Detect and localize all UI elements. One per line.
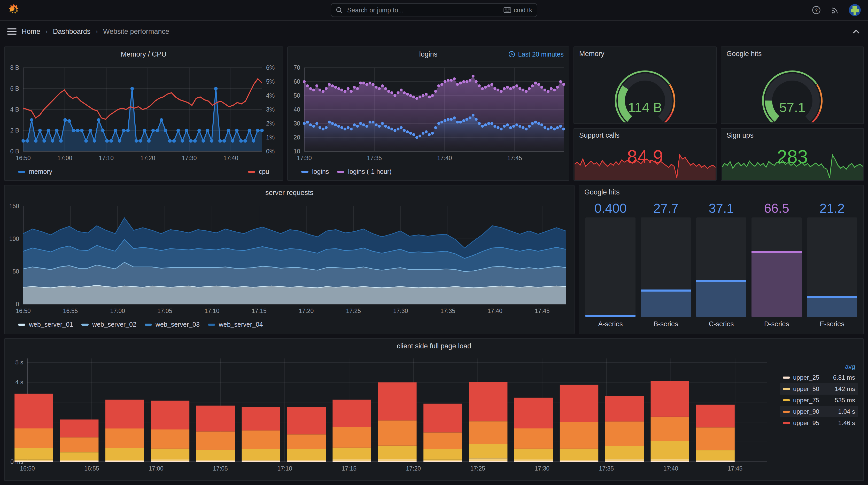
breadcrumb-current: Website performance — [103, 28, 169, 36]
legend-item-memory[interactable]: memory — [18, 168, 52, 175]
svg-text:114 B: 114 B — [628, 100, 662, 115]
svg-text:17:40: 17:40 — [223, 155, 239, 161]
panel-title[interactable]: Google hits — [579, 186, 863, 199]
bar-gauge-label: E-series — [807, 317, 857, 329]
panel-memory-cpu: Memory / CPU 0 B2 B4 B6 B8 B0%1%2%3%4%5%… — [4, 46, 283, 181]
grafana-app: cmd+k ? Home › — [0, 0, 868, 485]
bar-gauge-column[interactable]: 66.5D-series — [751, 201, 802, 329]
panel-title[interactable]: Sign ups — [721, 129, 863, 142]
bar-gauge-column[interactable]: 21.2E-series — [807, 201, 857, 329]
support-calls-sparkline[interactable] — [575, 153, 716, 180]
chevron-right-icon: › — [96, 28, 98, 36]
svg-text:10: 10 — [293, 148, 300, 155]
svg-text:17:40: 17:40 — [663, 465, 678, 472]
bar-gauge-value: 27.7 — [641, 201, 691, 218]
svg-text:16:50: 16:50 — [20, 465, 35, 472]
bar-gauge-label: D-series — [751, 317, 802, 329]
legend-item-logins-1h[interactable]: logins (-1 hour) — [337, 168, 392, 175]
search-input[interactable] — [346, 6, 500, 14]
panel-title[interactable]: Support calls — [574, 129, 716, 142]
svg-text:17:20: 17:20 — [299, 308, 314, 314]
breadcrumb-home[interactable]: Home — [22, 28, 40, 36]
bar-gauge-column[interactable]: 27.7B-series — [641, 201, 691, 329]
svg-text:17:05: 17:05 — [213, 465, 228, 472]
sign-ups-sparkline[interactable] — [722, 153, 863, 180]
legend-item-web-server-01[interactable]: web_server_01 — [18, 321, 73, 328]
legend-avg-header[interactable]: avg — [780, 361, 858, 372]
panel-title[interactable]: Memory — [574, 47, 716, 60]
svg-text:0: 0 — [16, 301, 19, 308]
panel-support-calls: Support calls 84.9 — [574, 128, 717, 181]
bar-gauge-value: 37.1 — [696, 201, 746, 218]
svg-text:20: 20 — [293, 134, 300, 141]
panel-title[interactable]: Memory / CPU — [5, 47, 283, 61]
svg-text:17:35: 17:35 — [599, 465, 614, 472]
legend-item-upper-25[interactable]: upper_25 6.81 ms — [780, 372, 858, 383]
panel-sign-ups: Sign ups 283 — [721, 128, 864, 181]
svg-text:17:35: 17:35 — [440, 308, 456, 314]
svg-text:57.1: 57.1 — [779, 100, 805, 115]
svg-text:17:00: 17:00 — [57, 155, 72, 161]
breadcrumb-dashboards[interactable]: Dashboards — [53, 28, 91, 36]
grafana-logo-icon[interactable] — [7, 4, 20, 17]
panel-title[interactable]: client side full page load — [5, 339, 863, 353]
bar-gauge-track — [641, 218, 691, 317]
search-icon — [336, 7, 343, 13]
panel-google-hits-bars: Google hits 0.400A-series27.7B-series37.… — [579, 185, 864, 334]
legend-item-logins[interactable]: logins — [301, 168, 329, 175]
svg-text:16:50: 16:50 — [16, 308, 31, 314]
svg-text:5%: 5% — [266, 78, 275, 85]
help-icon[interactable]: ? — [812, 5, 821, 15]
svg-text:17:10: 17:10 — [277, 465, 292, 472]
svg-text:60: 60 — [293, 78, 300, 85]
bar-gauge-fill — [696, 280, 746, 317]
legend-item-upper-75[interactable]: upper_75 535 ms — [780, 395, 858, 406]
bar-gauge-label: B-series — [641, 317, 691, 329]
user-avatar[interactable] — [849, 4, 861, 16]
svg-text:150: 150 — [9, 203, 19, 209]
memory-cpu-chart[interactable]: 0 B2 B4 B6 B8 B0%1%2%3%4%5%6%16:5017:001… — [5, 61, 283, 167]
bar-gauge-value: 0.400 — [585, 201, 636, 218]
chevron-right-icon: › — [45, 28, 48, 36]
svg-text:5 s: 5 s — [15, 359, 23, 366]
svg-text:30: 30 — [293, 120, 300, 127]
legend-item-web-server-04[interactable]: web_server_04 — [208, 321, 263, 328]
menu-toggle-icon[interactable] — [7, 28, 17, 35]
collapse-chevron-up-icon[interactable] — [851, 27, 861, 36]
legend-item-upper-95[interactable]: upper_95 1.46 s — [780, 417, 858, 429]
svg-text:17:20: 17:20 — [140, 155, 155, 161]
bar-gauge-column[interactable]: 0.400A-series — [585, 201, 636, 329]
panel-title[interactable]: server requests — [5, 186, 574, 200]
bar-gauge-fill — [641, 290, 691, 317]
bar-gauge-track — [751, 218, 802, 317]
time-range-button[interactable]: Last 20 minutes — [508, 47, 564, 61]
svg-text:1%: 1% — [266, 134, 275, 141]
svg-text:40: 40 — [293, 106, 300, 113]
svg-text:17:45: 17:45 — [535, 308, 550, 314]
logins-chart[interactable]: 1020304050607017:3017:3517:4017:45 — [288, 61, 569, 167]
client-load-chart[interactable]: 0 ms1 s2 s3 s4 s5 s16:5016:5517:0017:051… — [5, 353, 863, 479]
legend-item-web-server-03[interactable]: web_server_03 — [145, 321, 200, 328]
divider — [845, 26, 845, 37]
svg-text:17:15: 17:15 — [342, 465, 356, 472]
svg-text:17:00: 17:00 — [149, 465, 163, 472]
google-hits-gauge[interactable]: 57.1 — [741, 59, 844, 124]
svg-text:17:25: 17:25 — [470, 465, 486, 472]
svg-text:4%: 4% — [266, 92, 275, 99]
legend-item-cpu[interactable]: cpu — [248, 168, 269, 175]
bar-gauge-track — [696, 218, 746, 317]
news-rss-icon[interactable] — [830, 5, 840, 15]
svg-text:2 B: 2 B — [10, 127, 19, 134]
bar-gauge-fill — [585, 315, 636, 317]
memory-gauge[interactable]: 114 B — [593, 59, 697, 124]
bar-gauge-label: A-series — [585, 317, 636, 329]
panel-title[interactable]: Google hits — [721, 47, 863, 60]
legend-item-upper-90[interactable]: upper_90 1.04 s — [780, 406, 858, 417]
svg-text:6 B: 6 B — [10, 85, 19, 92]
search-bar[interactable]: cmd+k — [331, 3, 537, 17]
server-requests-chart[interactable]: 05010015016:5016:5517:0017:0517:1017:151… — [5, 200, 574, 320]
legend-item-upper-50[interactable]: upper_50 142 ms — [780, 383, 858, 395]
legend-item-web-server-02[interactable]: web_server_02 — [82, 321, 136, 328]
bar-gauge-column[interactable]: 37.1C-series — [696, 201, 746, 329]
svg-text:0%: 0% — [266, 148, 275, 155]
